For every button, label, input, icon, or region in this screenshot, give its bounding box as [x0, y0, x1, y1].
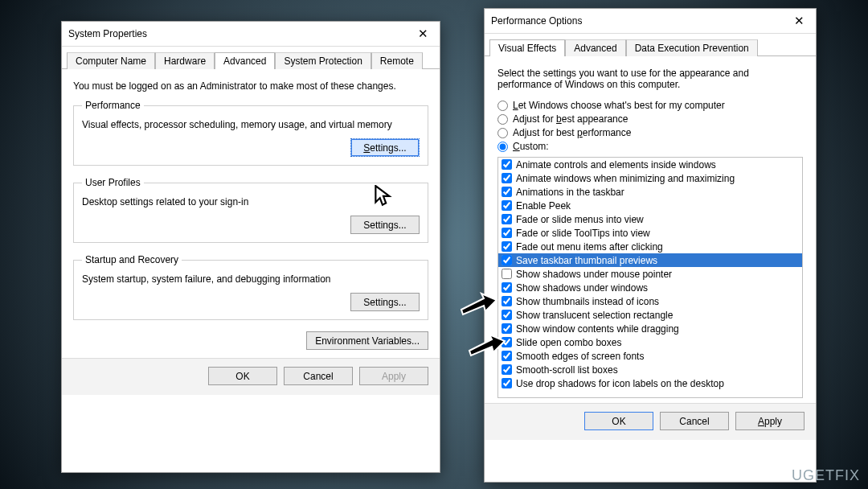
apply-button[interactable]: Apply	[359, 367, 428, 385]
option-label: Show shadows under mouse pointer	[516, 269, 672, 280]
option-row[interactable]: Save taskbar thumbnail previews	[498, 253, 802, 267]
dialog-body: Select the settings you want to use for …	[485, 56, 816, 403]
option-checkbox[interactable]	[502, 255, 512, 265]
admin-note: You must be logged on as an Administrato…	[73, 80, 428, 92]
option-label: Use drop shadows for icon labels on the …	[516, 378, 724, 389]
option-checkbox[interactable]	[502, 214, 512, 224]
tab-advanced[interactable]: Advanced	[565, 39, 625, 56]
option-checkbox[interactable]	[502, 228, 512, 238]
option-row[interactable]: Show thumbnails instead of icons	[498, 294, 802, 308]
option-row[interactable]: Enable Peek	[498, 199, 802, 212]
radio-input[interactable]	[497, 101, 508, 111]
option-checkbox[interactable]	[502, 378, 512, 388]
radio-input[interactable]	[497, 142, 508, 152]
tabstrip: Visual Effects Advanced Data Execution P…	[485, 34, 816, 56]
option-row[interactable]: Animate controls and elements inside win…	[498, 158, 802, 171]
startup-settings-button[interactable]: Settings...	[350, 293, 420, 311]
group-performance: Performance Visual effects, processor sc…	[73, 100, 428, 166]
option-checkbox[interactable]	[502, 159, 512, 170]
system-properties-window: System Properties ✕ Computer Name Hardwa…	[61, 21, 440, 473]
visual-effects-listbox[interactable]: Animate controls and elements inside win…	[497, 157, 803, 398]
apply-button[interactable]: Apply	[735, 412, 805, 430]
user-profiles-settings-button[interactable]: Settings...	[350, 216, 420, 234]
option-label: Animations in the taskbar	[516, 187, 624, 198]
window-title: Performance Options	[491, 15, 582, 27]
close-icon[interactable]: ✕	[789, 14, 809, 28]
radio-best-performance[interactable]: Adjust for best performance	[497, 127, 803, 138]
group-startup-legend: Startup and Recovery	[82, 254, 182, 265]
option-checkbox[interactable]	[502, 296, 512, 306]
performance-settings-button[interactable]: Settings...	[350, 138, 420, 157]
option-row[interactable]: Show shadows under mouse pointer	[498, 267, 802, 281]
group-startup-desc: System startup, system failure, and debu…	[82, 273, 420, 285]
radio-input[interactable]	[497, 114, 508, 125]
radio-input[interactable]	[497, 128, 508, 138]
option-checkbox[interactable]	[502, 187, 512, 197]
option-row[interactable]: Slide open combo boxes	[498, 335, 802, 349]
cancel-button[interactable]: Cancel	[284, 367, 353, 385]
option-row[interactable]: Smooth edges of screen fonts	[498, 349, 802, 363]
tab-computer-name[interactable]: Computer Name	[67, 52, 155, 69]
ok-button[interactable]: OK	[208, 367, 277, 385]
option-checkbox[interactable]	[502, 200, 512, 211]
tab-dep[interactable]: Data Execution Prevention	[626, 39, 758, 56]
option-row[interactable]: Show window contents while dragging	[498, 322, 802, 335]
option-row[interactable]: Animations in the taskbar	[498, 185, 802, 199]
option-label: Animate windows when minimizing and maxi…	[516, 173, 735, 184]
dialog-buttons: OK Cancel Apply	[485, 403, 816, 440]
option-checkbox[interactable]	[502, 310, 512, 320]
option-label: Show translucent selection rectangle	[516, 310, 673, 321]
option-label: Show window contents while dragging	[516, 323, 679, 335]
option-row[interactable]: Use drop shadows for icon labels on the …	[498, 376, 802, 390]
option-checkbox[interactable]	[502, 282, 512, 293]
group-user-profiles-desc: Desktop settings related to your sign-in	[82, 196, 420, 208]
option-checkbox[interactable]	[502, 241, 512, 252]
option-row[interactable]: Smooth-scroll list boxes	[498, 363, 802, 376]
performance-options-window: Performance Options ✕ Visual Effects Adv…	[484, 8, 817, 483]
option-checkbox[interactable]	[502, 364, 512, 375]
tab-remote[interactable]: Remote	[371, 52, 423, 69]
titlebar: System Properties ✕	[62, 22, 440, 47]
option-row[interactable]: Animate windows when minimizing and maxi…	[498, 171, 802, 185]
radio-best-appearance[interactable]: Adjust for best appearance	[497, 113, 803, 125]
watermark: UGETFIX	[792, 467, 860, 484]
option-row[interactable]: Fade or slide ToolTips into view	[498, 226, 802, 240]
tab-system-protection[interactable]: System Protection	[275, 52, 371, 69]
option-label: Fade or slide ToolTips into view	[516, 228, 650, 239]
option-label: Fade or slide menus into view	[516, 214, 644, 225]
option-row[interactable]: Fade or slide menus into view	[498, 212, 802, 226]
radio-custom[interactable]: Custom:	[497, 141, 803, 152]
option-label: Show shadows under windows	[516, 282, 648, 294]
group-performance-legend: Performance	[82, 100, 144, 111]
group-startup-recovery: Startup and Recovery System startup, sys…	[73, 254, 428, 320]
group-user-profiles-legend: User Profiles	[82, 177, 144, 188]
option-checkbox[interactable]	[502, 323, 512, 334]
option-label: Smooth-scroll list boxes	[516, 364, 618, 376]
ok-button[interactable]: OK	[584, 412, 653, 430]
option-row[interactable]: Show shadows under windows	[498, 281, 802, 294]
option-label: Show thumbnails instead of icons	[516, 296, 659, 307]
intro-text: Select the settings you want to use for …	[497, 68, 803, 90]
option-checkbox[interactable]	[502, 173, 512, 183]
tab-hardware[interactable]: Hardware	[155, 52, 215, 69]
option-label: Fade out menu items after clicking	[516, 241, 663, 253]
option-checkbox[interactable]	[502, 351, 512, 361]
cancel-button[interactable]: Cancel	[660, 412, 729, 430]
group-user-profiles: User Profiles Desktop settings related t…	[73, 177, 428, 243]
option-row[interactable]: Show translucent selection rectangle	[498, 308, 802, 322]
environment-variables-button[interactable]: Environment Variables...	[306, 331, 428, 350]
close-icon[interactable]: ✕	[413, 27, 433, 41]
option-checkbox[interactable]	[502, 269, 512, 279]
tab-visual-effects[interactable]: Visual Effects	[489, 39, 565, 56]
option-label: Save taskbar thumbnail previews	[516, 255, 657, 266]
option-label: Smooth edges of screen fonts	[516, 351, 644, 362]
titlebar: Performance Options ✕	[485, 9, 816, 34]
group-performance-desc: Visual effects, processor scheduling, me…	[82, 119, 420, 130]
tab-advanced[interactable]: Advanced	[215, 52, 275, 69]
option-label: Animate controls and elements inside win…	[516, 159, 716, 171]
tabstrip: Computer Name Hardware Advanced System P…	[62, 47, 440, 69]
option-checkbox[interactable]	[502, 337, 512, 347]
radio-let-windows[interactable]: Let Windows choose what's best for my co…	[497, 100, 803, 111]
option-row[interactable]: Fade out menu items after clicking	[498, 240, 802, 253]
window-title: System Properties	[68, 28, 147, 39]
